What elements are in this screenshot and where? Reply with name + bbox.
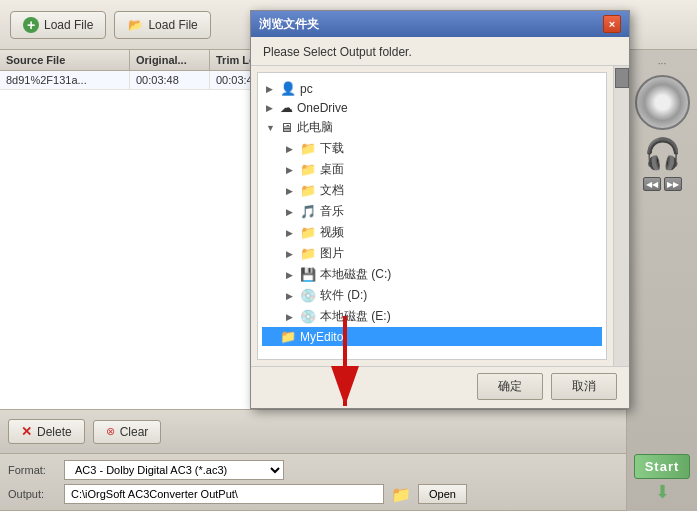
- tree-label-pc: pc: [300, 82, 313, 96]
- tree-item-downloads[interactable]: ▶ 📁 下载: [262, 138, 602, 159]
- nav-controls: ◀◀ ▶▶: [643, 177, 682, 191]
- open-button[interactable]: Open: [418, 484, 467, 504]
- tree-item-onedrive[interactable]: ▶ ☁ OneDrive: [262, 98, 602, 117]
- clear-label: Clear: [120, 425, 149, 439]
- tree-item-desktop[interactable]: ▶ 📁 桌面: [262, 159, 602, 180]
- tree-arrow-docs: ▶: [286, 186, 296, 196]
- format-row: Format: AC3 - Dolby Digital AC3 (*.ac3): [8, 460, 618, 480]
- clear-button[interactable]: ⊗ Clear: [93, 420, 162, 444]
- tree-item-pc[interactable]: ▶ 👤 pc: [262, 79, 602, 98]
- format-label: Format:: [8, 464, 58, 476]
- tree-item-local_c[interactable]: ▶ 💾 本地磁盘 (C:): [262, 264, 602, 285]
- dialog-close-button[interactable]: ×: [603, 15, 621, 33]
- tree-arrow-thispc: ▼: [266, 123, 276, 133]
- clear-icon: ⊗: [106, 425, 115, 438]
- tree-label-downloads: 下载: [320, 140, 344, 157]
- tree-label-onedrive: OneDrive: [297, 101, 348, 115]
- tree-folder-icon-pc: 👤: [280, 81, 296, 96]
- tree-arrow-local_e: ▶: [286, 312, 296, 322]
- tree-arrow-downloads: ▶: [286, 144, 296, 154]
- tree-item-local_e[interactable]: ▶ 💿 本地磁盘 (E:): [262, 306, 602, 327]
- dialog-actions: 确定 取消: [251, 366, 629, 408]
- dialog-content: ▶ 👤 pc ▶ ☁ OneDrive ▼ 🖥 此电脑 ▶ 📁 下载 ▶ 📁 桌…: [251, 66, 629, 366]
- right-panel: ··· 🎧 ◀◀ ▶▶ Start ⬇: [627, 50, 697, 511]
- tree-arrow-desktop: ▶: [286, 165, 296, 175]
- output-label: Output:: [8, 488, 58, 500]
- tree-label-docs: 文档: [320, 182, 344, 199]
- dialog-cancel-button[interactable]: 取消: [551, 373, 617, 400]
- tree-folder-icon-local_e: 💿: [300, 309, 316, 324]
- output-row: Output: 📁 Open: [8, 484, 618, 504]
- folder-load-icon: 📂: [127, 17, 143, 33]
- tree-arrow-videos: ▶: [286, 228, 296, 238]
- output-path-input[interactable]: [64, 484, 384, 504]
- col-original-header: Original...: [130, 50, 210, 70]
- load-file-2-button[interactable]: 📂 Load File: [114, 11, 210, 39]
- tree-label-soft_d: 软件 (D:): [320, 287, 367, 304]
- headphone-icon: 🎧: [644, 136, 681, 171]
- tree-arrow-soft_d: ▶: [286, 291, 296, 301]
- next-icon: ▶▶: [667, 180, 679, 189]
- cell-original: 00:03:48: [130, 71, 210, 89]
- prev-icon: ◀◀: [646, 180, 658, 189]
- tree-folder-icon-soft_d: 💿: [300, 288, 316, 303]
- tree-folder-icon-music: 🎵: [300, 204, 316, 219]
- tree-label-desktop: 桌面: [320, 161, 344, 178]
- load-file-1-button[interactable]: + Load File: [10, 11, 106, 39]
- format-bar: Format: AC3 - Dolby Digital AC3 (*.ac3) …: [0, 454, 626, 511]
- app-window: + Load File 📂 Load File Source File Orig…: [0, 0, 697, 511]
- dialog-subtitle: Please Select Output folder.: [251, 37, 629, 66]
- tree-arrow-local_c: ▶: [286, 270, 296, 280]
- tree-arrow-onedrive: ▶: [266, 103, 276, 113]
- col-source-header: Source File: [0, 50, 130, 70]
- tree-item-music[interactable]: ▶ 🎵 音乐: [262, 201, 602, 222]
- tree-item-pictures[interactable]: ▶ 📁 图片: [262, 243, 602, 264]
- dialog-titlebar: 浏览文件夹 ×: [251, 11, 629, 37]
- delete-button[interactable]: ✕ Delete: [8, 419, 85, 444]
- tree-label-myeditor: MyEditor: [300, 330, 347, 344]
- tree-item-docs[interactable]: ▶ 📁 文档: [262, 180, 602, 201]
- tree-label-local_c: 本地磁盘 (C:): [320, 266, 391, 283]
- download-icon: ⬇: [634, 481, 691, 503]
- dialog-title: 浏览文件夹: [259, 16, 319, 33]
- tree-arrow-pictures: ▶: [286, 249, 296, 259]
- load-file-2-label: Load File: [148, 18, 197, 32]
- tree-item-thispc[interactable]: ▼ 🖥 此电脑: [262, 117, 602, 138]
- browse-folder-button[interactable]: 📁: [390, 484, 412, 504]
- format-select[interactable]: AC3 - Dolby Digital AC3 (*.ac3): [64, 460, 284, 480]
- delete-icon: ✕: [21, 424, 32, 439]
- tree-item-soft_d[interactable]: ▶ 💿 软件 (D:): [262, 285, 602, 306]
- start-area: Start ⬇: [634, 454, 691, 503]
- tree-item-videos[interactable]: ▶ 📁 视频: [262, 222, 602, 243]
- prev-btn[interactable]: ◀◀: [643, 177, 661, 191]
- tree-folder-icon-downloads: 📁: [300, 141, 316, 156]
- add-icon: +: [23, 17, 39, 33]
- folder-icon: 📁: [391, 485, 411, 504]
- tree-folder-icon-videos: 📁: [300, 225, 316, 240]
- tree-arrow-pc: ▶: [266, 84, 276, 94]
- scrollbar-thumb[interactable]: [615, 68, 629, 88]
- delete-label: Delete: [37, 425, 72, 439]
- dialog-scrollbar[interactable]: [613, 66, 629, 366]
- tree-folder-icon-myeditor: 📁: [280, 329, 296, 344]
- load-file-1-label: Load File: [44, 18, 93, 32]
- dialog-confirm-button[interactable]: 确定: [477, 373, 543, 400]
- tree-item-myeditor[interactable]: 📁 MyEditor: [262, 327, 602, 346]
- right-panel-top: ···: [658, 58, 666, 69]
- tree-folder-icon-thispc: 🖥: [280, 120, 293, 135]
- tree-label-thispc: 此电脑: [297, 119, 333, 136]
- tree-folder-icon-desktop: 📁: [300, 162, 316, 177]
- tree-label-pictures: 图片: [320, 245, 344, 262]
- tree-folder-icon-docs: 📁: [300, 183, 316, 198]
- start-button[interactable]: Start: [634, 454, 691, 479]
- tree-folder-icon-local_c: 💾: [300, 267, 316, 282]
- dialog-tree[interactable]: ▶ 👤 pc ▶ ☁ OneDrive ▼ 🖥 此电脑 ▶ 📁 下载 ▶ 📁 桌…: [257, 72, 607, 360]
- tree-folder-icon-pictures: 📁: [300, 246, 316, 261]
- tree-label-local_e: 本地磁盘 (E:): [320, 308, 391, 325]
- tree-label-videos: 视频: [320, 224, 344, 241]
- action-bar: ✕ Delete ⊗ Clear: [0, 410, 626, 454]
- cd-visual: [635, 75, 690, 130]
- next-btn[interactable]: ▶▶: [664, 177, 682, 191]
- cell-source: 8d91%2F131a...: [0, 71, 130, 89]
- tree-folder-icon-onedrive: ☁: [280, 100, 293, 115]
